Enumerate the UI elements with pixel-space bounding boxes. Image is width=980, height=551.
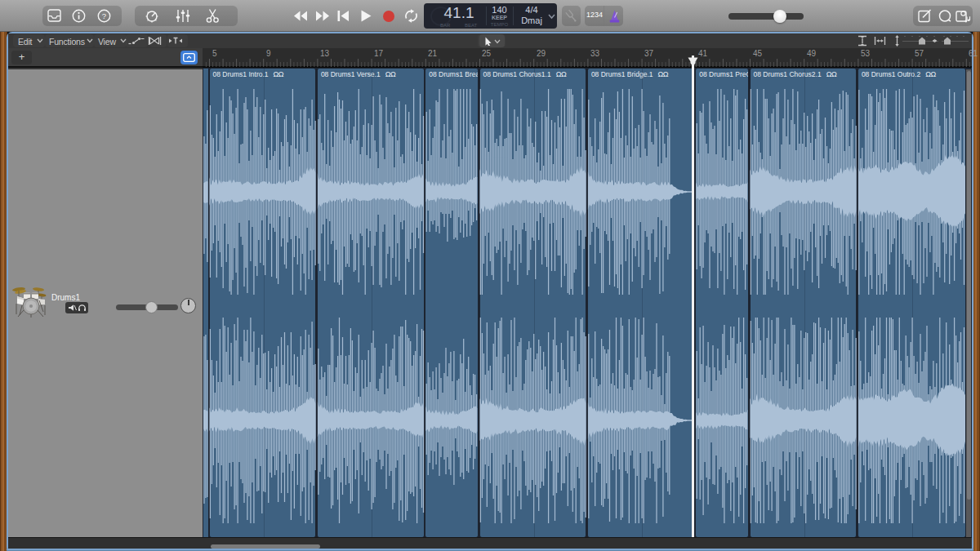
svg-text:?: ? xyxy=(102,11,106,20)
